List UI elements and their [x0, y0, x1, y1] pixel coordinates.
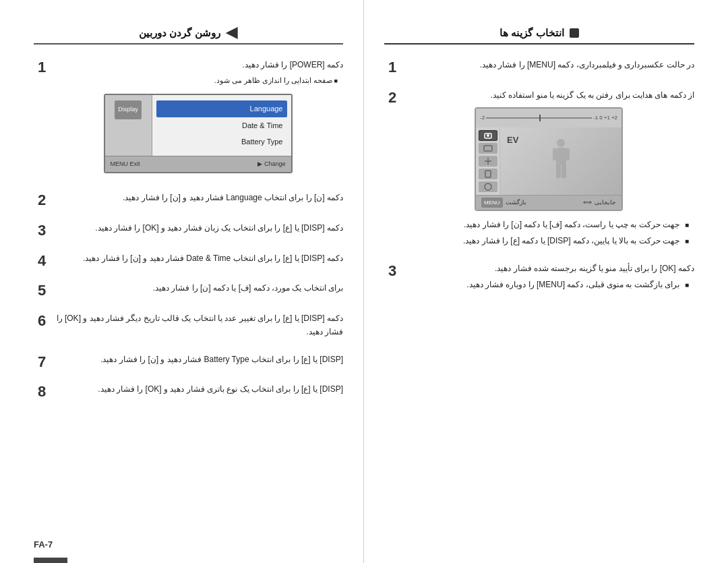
ev-plus1: +1 [604, 113, 610, 123]
camera-main: EV [476, 127, 621, 195]
right-step-2-text: دکمه [ن] را برای انتخاب Language فشار ده… [53, 191, 343, 204]
left-step-2-bullet-1-text: جهت حرکت به چپ یا راست، دکمه [ف] یا دکمه… [464, 218, 679, 231]
svg-rect-10 [564, 148, 570, 160]
menu-button-label: MENU [481, 198, 503, 208]
right-step-3-text: دکمه [DISP] یا [ع] را برای انتخاب یک زبا… [53, 221, 343, 235]
left-step-2: از دکمه های هدایت برای رفتن به یک گزینه … [384, 88, 694, 251]
left-step-2-bullet-1: ■ جهت حرکت به چپ یا راست، دکمه [ف] یا دک… [403, 218, 689, 231]
left-step-2-content: از دکمه های هدایت برای رفتن به یک گزینه … [403, 88, 694, 251]
camera-preview: EV [500, 127, 621, 195]
right-step-7-content: [DISP] یا [ع] را برای انتخاب Battery Typ… [53, 353, 343, 369]
right-step-4-content: دکمه [DISP] یا [ع] را برای انتخاب Date &… [53, 251, 343, 268]
left-step-1-content: در حالت عکسبرداری و فیلمبرداری، دکمه [ME… [403, 58, 694, 74]
svg-rect-5 [485, 171, 491, 177]
left-step-3-bullets: ■ برای بازگشت به منوی قبلی، دکمه [MENU] … [403, 278, 689, 291]
left-section-title: انتخاب گزینه ها [499, 27, 564, 39]
page-footer: FA-7 [34, 539, 53, 550]
camera-sidebar [476, 127, 500, 195]
menu-footer: MENU Exit ▶ Change [105, 156, 291, 172]
square-icon [570, 28, 579, 38]
ev-label: EV [507, 133, 518, 148]
svg-point-7 [557, 139, 565, 147]
svg-rect-2 [484, 146, 492, 151]
camera-top-bar: -2 -1 0 +1 +2 [476, 109, 621, 127]
right-step-3-number: 3 [34, 221, 53, 241]
sidebar-icon-4 [479, 169, 497, 179]
svg-rect-9 [553, 148, 558, 160]
left-step-3-text: دکمه [OK] را برای تأیید منو یا گزینه برج… [403, 262, 694, 275]
ev-marker [539, 115, 541, 121]
ev-bar [486, 117, 592, 119]
menu-exit-label: MENU Exit [111, 159, 140, 169]
menu-tab: Display [105, 95, 152, 156]
menu-item-language[interactable]: Language [156, 100, 287, 117]
left-step-3-bullet: ■ برای بازگشت به منوی قبلی، دکمه [MENU] … [403, 278, 689, 291]
right-section-header: روشن گردن دوربین [34, 27, 343, 45]
left-step-1-number: 1 [384, 58, 403, 78]
camera-bottom-bar: MENU بازگشت ⟺ جابجایی [476, 195, 621, 210]
right-step-3-content: دکمه [DISP] یا [ع] را برای انتخاب یک زبا… [53, 221, 343, 237]
right-step-4-text: دکمه [DISP] یا [ع] را برای انتخاب Date &… [53, 251, 343, 265]
right-step-1-bullet: صفحه ابتدایی را اندازی ظاهر می شود. [53, 74, 343, 87]
right-step-8-content: [DISP] یا [ع] را برای انتخاب یک نوع باتر… [53, 382, 343, 398]
right-step-6-content: دکمه [DISP] یا [ع] را برای تغییر عدد یا … [53, 312, 343, 342]
menu-item-battery[interactable]: Battery Type [160, 134, 283, 150]
left-step-1-text: در حالت عکسبرداری و فیلمبرداری، دکمه [ME… [403, 58, 694, 71]
menu-content: Language Date & Time Battery Type [152, 95, 291, 156]
right-step-8-number: 8 [34, 382, 53, 402]
right-step-8-text: [DISP] یا [ع] را برای انتخاب یک نوع باتر… [53, 382, 343, 396]
right-step-1: دکمه [POWER] را فشار دهید. صفحه ابتدایی … [34, 58, 343, 180]
right-step-2-content: دکمه [ن] را برای انتخاب Language فشار ده… [53, 191, 343, 207]
sidebar-icon-3 [479, 156, 497, 167]
ev-scale-container: -2 -1 0 +1 +2 [480, 113, 617, 123]
right-section-title: روشن گردن دوربین [139, 27, 220, 39]
right-column: روشن گردن دوربین دکمه [POWER] را فشار ده… [0, 0, 364, 563]
svg-rect-11 [556, 163, 561, 178]
display-tab-label: Display [118, 105, 138, 115]
menu-footer-change: ▶ Change [257, 159, 286, 169]
sidebar-icon-2 [479, 143, 497, 154]
right-step-6: دکمه [DISP] یا [ع] را برای تغییر عدد یا … [34, 312, 343, 342]
move-label: جابجایی [595, 198, 616, 208]
left-step-3-bullet-text: برای بازگشت به منوی قبلی، دکمه [MENU] را… [466, 278, 679, 291]
display-tab-icon: Display [115, 100, 142, 119]
right-step-6-text: دکمه [DISP] یا [ع] را برای تغییر عدد یا … [53, 312, 343, 339]
right-step-2: دکمه [ن] را برای انتخاب Language فشار ده… [34, 191, 343, 210]
menu-mockup: Display Language Date & Time Battery Typ… [104, 94, 293, 173]
svg-rect-12 [562, 163, 566, 178]
left-section-header: انتخاب گزینه ها [384, 27, 694, 45]
left-step-3-content: دکمه [OK] را برای تأیید منو یا گزینه برج… [403, 262, 694, 295]
left-step-3-number: 3 [384, 262, 403, 281]
right-step-1-text: دکمه [POWER] را فشار دهید. [53, 58, 343, 71]
sidebar-icon-5 [479, 181, 497, 192]
right-step-6-number: 6 [34, 312, 53, 331]
right-step-5: برای انتخاب یک مورد، دکمه [ف] یا دکمه [ن… [34, 281, 343, 301]
right-step-1-content: دکمه [POWER] را فشار دهید. صفحه ابتدایی … [53, 58, 343, 180]
left-step-3: دکمه [OK] را برای تأیید منو یا گزینه برج… [384, 262, 694, 295]
footer-bar [34, 558, 67, 563]
bullet-dot-2: ■ [679, 234, 689, 247]
ev-minus1: -1 [593, 113, 598, 123]
back-label: بازگشت [506, 198, 526, 208]
left-step-1: در حالت عکسبرداری و فیلمبرداری، دکمه [ME… [384, 58, 694, 78]
left-step-2-bullet-2-text: جهت حرکت به بالا یا پایین، دکمه [DISP] ی… [463, 234, 679, 247]
menu-item-datetime[interactable]: Date & Time [160, 117, 283, 134]
right-step-2-number: 2 [34, 191, 53, 210]
left-step-2-text: از دکمه های هدایت برای رفتن به یک گزینه … [403, 88, 694, 102]
right-step-1-number: 1 [34, 58, 53, 78]
right-step-4: دکمه [DISP] یا [ع] را برای انتخاب Date &… [34, 251, 343, 271]
menu-change-label: Change [264, 159, 286, 169]
right-step-5-text: برای انتخاب یک مورد، دکمه [ف] یا دکمه [ن… [53, 281, 343, 295]
human-silhouette [549, 138, 573, 185]
left-step-2-bullets: ■ جهت حرکت به چپ یا راست، دکمه [ف] یا دک… [403, 218, 689, 248]
menu-footer-exit: MENU Exit [111, 159, 140, 169]
right-step-7-text: [DISP] یا [ع] را برای انتخاب Battery Typ… [53, 353, 343, 366]
right-step-5-number: 5 [34, 281, 53, 301]
camera-bottom-right: ⟺ جابجایی [583, 198, 616, 208]
right-step-3: دکمه [DISP] یا [ع] را برای انتخاب یک زبا… [34, 221, 343, 241]
left-step-2-number: 2 [384, 88, 403, 108]
sidebar-icon-1 [479, 130, 497, 141]
page-number: FA-7 [34, 539, 53, 550]
ev-minus2: -2 [480, 113, 485, 123]
camera-ui: -2 -1 0 +1 +2 [475, 107, 623, 211]
